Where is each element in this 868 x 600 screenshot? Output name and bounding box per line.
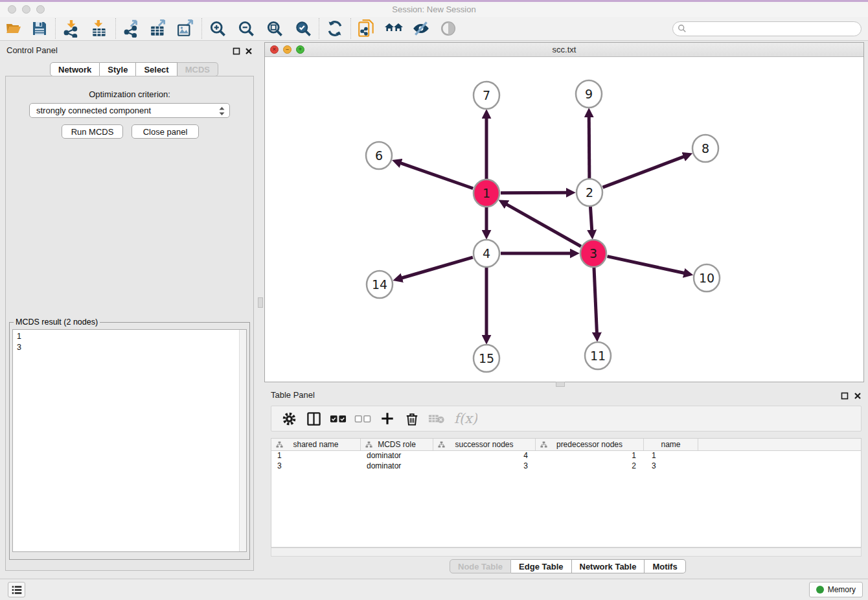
- zoom-in-button[interactable]: [208, 19, 227, 38]
- close-panel-button[interactable]: Close panel: [131, 124, 199, 139]
- column-header-name[interactable]: name: [644, 439, 698, 450]
- control-panel-tabs: Network Style Select MCDS: [50, 62, 218, 76]
- close-table-panel-icon[interactable]: [854, 392, 862, 400]
- mcds-result-text[interactable]: 1 3: [12, 329, 247, 552]
- graph-node-3[interactable]: 3: [580, 240, 606, 267]
- edge-3-11[interactable]: [594, 268, 597, 334]
- graph-node-1[interactable]: 1: [474, 179, 499, 207]
- cell-predecessor-nodes[interactable]: 2: [536, 461, 644, 472]
- refresh-button[interactable]: [325, 19, 345, 38]
- tab-network[interactable]: Network: [50, 62, 100, 76]
- tab-mcds[interactable]: MCDS: [177, 62, 218, 76]
- close-panel-icon[interactable]: [245, 47, 253, 55]
- criterion-select-value: strongly connected component: [36, 106, 151, 115]
- cell-successor-nodes[interactable]: 4: [433, 451, 536, 461]
- select-all-button[interactable]: [330, 410, 347, 427]
- zoom-out-button[interactable]: [236, 19, 256, 38]
- search-input[interactable]: [672, 21, 862, 36]
- cell-name[interactable]: 3: [644, 461, 698, 472]
- graph-node-11[interactable]: 11: [585, 342, 611, 369]
- gear-icon: [282, 411, 297, 426]
- result-scrollbar[interactable]: [239, 330, 246, 551]
- graph-node-10[interactable]: 10: [694, 264, 720, 292]
- edge-3-1[interactable]: [506, 204, 581, 247]
- table-horizontal-scrollbar[interactable]: [271, 548, 862, 557]
- edge-1-6[interactable]: [400, 163, 473, 189]
- tab-node-table[interactable]: Node Table: [450, 559, 511, 573]
- export-table-button[interactable]: [149, 19, 168, 38]
- tab-network-table[interactable]: Network Table: [572, 559, 645, 573]
- share-document-button[interactable]: [357, 19, 376, 38]
- float-table-panel-icon[interactable]: [841, 392, 849, 400]
- import-table-button[interactable]: [90, 19, 109, 38]
- tree-icon: [540, 441, 547, 448]
- network-canvas[interactable]: 7968124314101511: [265, 57, 863, 382]
- cell-shared-name[interactable]: 3: [271, 461, 361, 472]
- deselect-all-button[interactable]: [354, 410, 371, 427]
- table-settings-button[interactable]: [280, 410, 297, 427]
- zoom-selected-button[interactable]: [293, 19, 313, 38]
- hide-graphics-details-button[interactable]: [411, 19, 431, 38]
- cell-mcds-role[interactable]: dominator: [361, 461, 433, 472]
- save-session-button[interactable]: [30, 19, 49, 38]
- criterion-select[interactable]: strongly connected component: [29, 103, 230, 118]
- graph-node-14[interactable]: 14: [367, 271, 393, 298]
- tab-edge-table[interactable]: Edge Table: [511, 559, 571, 573]
- graph-node-7[interactable]: 7: [474, 82, 499, 109]
- export-network-icon: [122, 19, 141, 38]
- function-builder-button[interactable]: f(x): [453, 410, 477, 427]
- run-mcds-button[interactable]: Run MCDS: [62, 124, 123, 139]
- horizontal-splitter-handle[interactable]: [556, 382, 565, 387]
- show-column-button[interactable]: [305, 410, 322, 427]
- export-image-button[interactable]: [176, 19, 196, 38]
- float-panel-icon[interactable]: [233, 47, 240, 55]
- window-title: Session: New Session: [0, 5, 868, 14]
- cell-predecessor-nodes[interactable]: 1: [536, 451, 644, 461]
- zoom-fit-button[interactable]: [265, 19, 284, 38]
- graph-node-6[interactable]: 6: [366, 142, 392, 169]
- column-header-mcds-role[interactable]: MCDS role: [361, 439, 433, 450]
- tab-style[interactable]: Style: [100, 62, 136, 76]
- result-line: 3: [17, 342, 242, 353]
- edge-2-8[interactable]: [603, 156, 685, 187]
- vertical-splitter-handle[interactable]: [258, 297, 263, 308]
- graph-node-2[interactable]: 2: [577, 179, 602, 206]
- column-header-shared-name[interactable]: shared name: [271, 439, 361, 450]
- plus-icon: [380, 411, 394, 426]
- task-history-button[interactable]: [8, 582, 25, 597]
- eye-icon: [440, 20, 457, 37]
- edge-1-2[interactable]: [501, 192, 567, 193]
- column-header-successor-nodes[interactable]: successor nodes: [433, 439, 536, 450]
- edge-3-10[interactable]: [607, 257, 685, 273]
- open-session-button[interactable]: [4, 19, 23, 38]
- delete-table-button[interactable]: [428, 410, 445, 427]
- graph-node-15[interactable]: 15: [474, 345, 499, 372]
- show-graphics-details-button[interactable]: [439, 19, 458, 38]
- network-window-titlebar[interactable]: × – + scc.txt: [265, 43, 863, 57]
- edge-2-3[interactable]: [590, 207, 591, 231]
- tab-select[interactable]: Select: [136, 62, 177, 76]
- column-header-predecessor-nodes[interactable]: predecessor nodes: [536, 439, 644, 450]
- cell-successor-nodes[interactable]: 3: [433, 461, 536, 472]
- edge-4-14[interactable]: [401, 257, 473, 278]
- table-row[interactable]: 1 dominator 4 1 1: [271, 451, 861, 461]
- import-network-button[interactable]: [62, 19, 81, 38]
- edge-2-9[interactable]: [589, 116, 589, 178]
- cell-mcds-role[interactable]: dominator: [361, 451, 433, 461]
- home-button[interactable]: [384, 19, 404, 38]
- search-field[interactable]: [672, 21, 862, 36]
- cell-name[interactable]: 1: [644, 451, 698, 461]
- toolbar-separator: [350, 18, 351, 39]
- result-line: 1: [17, 331, 242, 342]
- table-row[interactable]: 3 dominator 3 2 3: [271, 461, 861, 472]
- graph-node-4[interactable]: 4: [474, 240, 499, 267]
- export-network-button[interactable]: [122, 19, 141, 38]
- add-row-button[interactable]: [379, 410, 396, 427]
- graph-node-8[interactable]: 8: [692, 135, 718, 162]
- cell-shared-name[interactable]: 1: [271, 451, 361, 461]
- search-icon: [678, 24, 687, 33]
- memory-button[interactable]: Memory: [809, 582, 863, 597]
- delete-row-button[interactable]: [404, 410, 420, 427]
- graph-node-9[interactable]: 9: [576, 80, 602, 108]
- tab-motifs[interactable]: Motifs: [645, 559, 685, 573]
